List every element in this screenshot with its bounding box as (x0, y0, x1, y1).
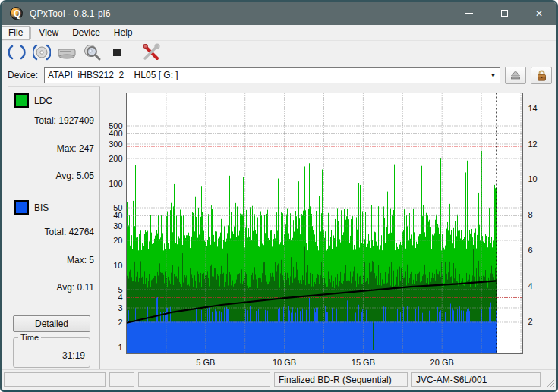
menu-bar: File View Device Help (2, 25, 556, 41)
svg-text:15 GB: 15 GB (352, 358, 375, 367)
tool-bar (2, 41, 556, 64)
bis-total: Total: 42764 (45, 227, 94, 237)
status-cell-empty-3 (138, 372, 270, 387)
svg-text:12: 12 (528, 140, 538, 149)
stop-icon (108, 43, 126, 61)
eject-icon (509, 70, 522, 80)
status-cell-empty-2 (109, 372, 134, 387)
svg-text:40: 40 (113, 211, 122, 220)
quality-scan-chart: 5004003002001005040302010543211412108642… (100, 86, 541, 369)
ldc-max: Max: 247 (57, 143, 94, 154)
eject-button[interactable] (505, 67, 526, 84)
device-combobox[interactable]: ATAPI iHBS212 2 HL05 [ G: ] ▼ (44, 67, 500, 83)
stop-button[interactable] (107, 42, 127, 62)
title-bar[interactable]: Q QPxTool - 0.8.1-pl6 ✕ (2, 2, 556, 25)
svg-text:3: 3 (118, 303, 122, 312)
lock-button[interactable] (531, 67, 552, 84)
svg-text:10: 10 (113, 261, 122, 270)
maximize-icon (501, 10, 508, 17)
minimize-button[interactable] (452, 2, 487, 25)
ldc-avg: Avg: 5.05 (56, 171, 94, 181)
media-id: JVC-AM-S6L/001 (411, 372, 541, 387)
chevron-down-icon[interactable]: ▼ (487, 68, 500, 83)
menu-view[interactable]: View (32, 26, 65, 40)
drive-icon (57, 43, 77, 61)
menu-device[interactable]: Device (65, 26, 107, 40)
svg-text:1: 1 (118, 343, 122, 352)
scan-disc-button[interactable] (32, 42, 52, 62)
menu-separator (30, 27, 31, 39)
svg-text:8: 8 (528, 210, 533, 219)
bis-avg: Avg: 0.11 (56, 282, 94, 293)
ldc-color-swatch (14, 93, 29, 108)
svg-text:30: 30 (113, 221, 122, 230)
svg-text:6: 6 (528, 246, 533, 255)
svg-text:2: 2 (528, 317, 533, 326)
svg-text:14: 14 (528, 104, 538, 113)
drive-button[interactable] (57, 42, 77, 62)
svg-text:10: 10 (528, 174, 538, 183)
lock-icon (536, 69, 547, 82)
svg-text:20 GB: 20 GB (430, 358, 454, 367)
window-title: QPxTool - 0.8.1-pl6 (30, 8, 111, 19)
svg-text:20: 20 (113, 236, 122, 245)
device-combobox-value: ATAPI iHBS212 2 HL05 [ G: ] (45, 70, 487, 80)
main-area: LDC Total: 1927409 Max: 247 Avg: 5.05 BI… (2, 86, 556, 369)
bis-max: Max: 5 (67, 255, 94, 265)
preferences-icon (141, 42, 161, 62)
time-group: Time 31:19 (13, 337, 90, 368)
menu-help[interactable]: Help (107, 26, 140, 40)
svg-text:4: 4 (118, 293, 122, 302)
svg-text:4: 4 (528, 281, 533, 290)
bis-label: BIS (34, 202, 49, 213)
minimize-icon (465, 13, 473, 14)
svg-text:400: 400 (109, 129, 122, 138)
svg-text:2: 2 (118, 318, 122, 327)
inspect-disc-icon (82, 42, 102, 62)
time-group-label: Time (18, 333, 41, 342)
menu-file[interactable]: File (2, 26, 30, 40)
svg-text:300: 300 (109, 140, 122, 149)
disc-status: Finalized BD-R (Sequential) (274, 372, 408, 387)
device-bar: Device: ATAPI iHBS212 2 HL05 [ G: ] ▼ (2, 64, 556, 86)
svg-text:200: 200 (109, 154, 122, 163)
refresh-button[interactable] (7, 42, 27, 62)
detailed-button[interactable]: Detailed (13, 315, 90, 332)
toolbar-separator (134, 44, 134, 61)
close-button[interactable]: ✕ (522, 2, 556, 25)
app-icon: Q (10, 7, 23, 20)
close-icon: ✕ (535, 8, 543, 19)
status-bar: Finalized BD-R (Sequential) JVC-AM-S6L/0… (2, 369, 556, 389)
inspect-disc-button[interactable] (82, 42, 102, 62)
svg-text:10 GB: 10 GB (273, 358, 296, 367)
resize-grip[interactable] (545, 378, 555, 387)
svg-text:5 GB: 5 GB (196, 358, 215, 367)
svg-text:100: 100 (109, 179, 122, 188)
chart-area: 5004003002001005040302010543211412108642… (100, 86, 556, 369)
ldc-label: LDC (34, 96, 52, 106)
refresh-icon (8, 43, 26, 61)
status-cell-empty-1 (4, 372, 106, 387)
device-label: Device: (8, 70, 38, 80)
preferences-button[interactable] (141, 42, 161, 62)
time-value: 31:19 (62, 350, 85, 361)
qpxtool-window: Q QPxTool - 0.8.1-pl6 ✕ File View Device… (0, 0, 558, 392)
maximize-button[interactable] (487, 2, 522, 25)
bis-legend-row: BIS (14, 200, 49, 215)
stats-panel: LDC Total: 1927409 Max: 247 Avg: 5.05 BI… (8, 86, 100, 369)
scan-disc-icon (33, 43, 51, 61)
ldc-total: Total: 1927409 (34, 115, 94, 126)
ldc-legend-row: LDC (14, 93, 52, 108)
bis-color-swatch (14, 200, 29, 215)
